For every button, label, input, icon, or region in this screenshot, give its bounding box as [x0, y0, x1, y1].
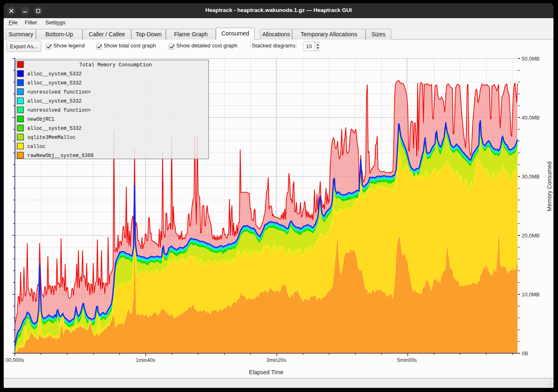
svg-text:alloc__system_5332: alloc__system_5332 — [27, 80, 82, 86]
svg-text:3min20s: 3min20s — [267, 357, 286, 363]
svg-text:0B: 0B — [522, 351, 528, 357]
svg-text:<unresolved function>: <unresolved function> — [27, 108, 91, 113]
svg-text:<unresolved function>: <unresolved function> — [27, 89, 91, 95]
svg-text:rawNewObj__system_6388: rawNewObj__system_6388 — [27, 153, 94, 159]
svg-text:30,0MB: 30,0MB — [522, 174, 539, 180]
svg-text:calloc: calloc — [27, 144, 45, 150]
svg-text:40,0MB: 40,0MB — [522, 115, 539, 121]
svg-text:alloc__system_5332: alloc__system_5332 — [27, 126, 82, 131]
svg-text:Memory Consumed: Memory Consumed — [546, 162, 553, 211]
svg-text:1min40s: 1min40s — [136, 357, 156, 363]
svg-text:alloc__system_5332: alloc__system_5332 — [27, 71, 82, 77]
svg-text:newObjRC1: newObjRC1 — [27, 117, 54, 122]
svg-text:5min00s: 5min00s — [397, 357, 417, 363]
svg-text:Total Memory Consumption: Total Memory Consumption — [79, 62, 152, 68]
svg-text:10,0MB: 10,0MB — [522, 292, 539, 298]
svg-text:alloc__system_5332: alloc__system_5332 — [27, 99, 82, 104]
svg-text:50,0MB: 50,0MB — [522, 56, 539, 62]
svg-text:Elapsed Time: Elapsed Time — [249, 369, 284, 376]
svg-text:20,0MB: 20,0MB — [522, 233, 539, 239]
svg-text:00.000s: 00.000s — [6, 357, 24, 363]
svg-text:sqlite3MemMalloc: sqlite3MemMalloc — [27, 135, 76, 141]
